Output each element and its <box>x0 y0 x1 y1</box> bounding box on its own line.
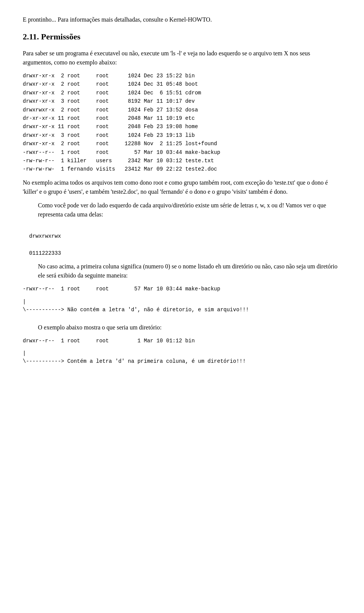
paragraph-2: No exemplo acima todos os arquivos tem c… <box>23 178 341 196</box>
pipe-1: | <box>23 298 341 306</box>
section-title: 2.11. Permissões <box>23 30 341 43</box>
paragraph-3: Como você pode ver do lado esquerdo de c… <box>38 201 341 219</box>
dir-example-listing: drwxr--r-- 1 root root 1 Mar 10 01:12 bi… <box>23 337 341 345</box>
file-listing: drwxr-xr-x 2 root root 1024 Dec 23 15:22… <box>23 72 341 174</box>
permission-display: drwxrwxrwx 0111222333 <box>23 224 341 258</box>
arrow-2: \-----------> Contém a letra 'd' na prim… <box>23 357 341 365</box>
paragraph-5: O exemplo abaixo mostra o que seria um d… <box>38 323 341 332</box>
pipe-2: | <box>23 350 341 357</box>
paragraph-4: No caso acima, a primeira coluna signifi… <box>38 262 341 280</box>
example-file-listing: -rwxr--r-- 1 root root 57 Mar 10 03:44 m… <box>23 285 341 293</box>
intro-text: E prontinho... Para informações mais det… <box>23 15 341 24</box>
paragraph-1: Para saber se um programa é executavel o… <box>23 49 341 67</box>
arrow-1: \-----------> Não contém a letra 'd', nã… <box>23 306 341 314</box>
